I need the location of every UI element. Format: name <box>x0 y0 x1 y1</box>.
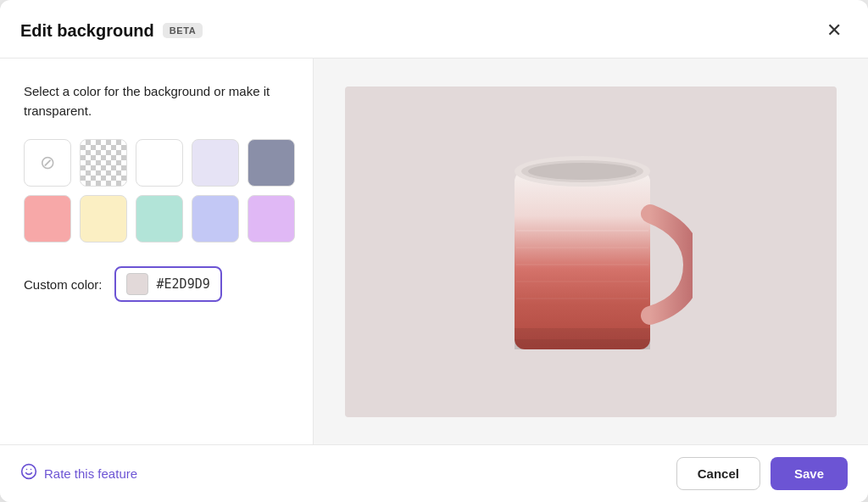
left-panel: Select a color for the background or mak… <box>0 59 314 444</box>
rate-feature-label: Rate this feature <box>44 466 137 481</box>
modal-footer: Rate this feature Cancel Save <box>0 444 868 502</box>
modal-title: Edit background <box>20 21 154 41</box>
close-button[interactable]: ✕ <box>821 17 848 44</box>
svg-rect-10 <box>515 339 650 349</box>
swatch-yellow[interactable] <box>80 195 127 243</box>
modal-header: Edit background BETA ✕ <box>0 0 868 59</box>
svg-rect-0 <box>515 171 650 349</box>
rate-feature-button[interactable]: Rate this feature <box>20 463 137 484</box>
swatch-lilac[interactable] <box>248 195 295 243</box>
custom-color-row: Custom color: #E2D9D9 <box>24 266 289 302</box>
custom-color-preview-swatch <box>126 273 148 295</box>
svg-point-11 <box>22 465 36 479</box>
custom-color-label: Custom color: <box>24 277 103 292</box>
close-icon: ✕ <box>826 20 842 42</box>
svg-point-3 <box>528 163 637 180</box>
swatch-periwinkle[interactable] <box>192 195 239 243</box>
footer-actions: Cancel Save <box>676 457 848 490</box>
save-button[interactable]: Save <box>771 457 848 490</box>
custom-color-input[interactable]: #E2D9D9 <box>114 266 222 302</box>
right-panel <box>314 59 868 444</box>
mug-preview <box>489 120 693 383</box>
preview-image-container <box>345 86 837 417</box>
color-grid: ⊘ <box>24 139 289 243</box>
swatch-transparent[interactable] <box>80 139 127 187</box>
swatch-white[interactable] <box>136 139 183 187</box>
custom-color-hex-value: #E2D9D9 <box>157 276 210 292</box>
panel-description: Select a color for the background or mak… <box>24 82 289 120</box>
swatch-mint[interactable] <box>136 195 183 243</box>
no-background-icon: ⊘ <box>40 152 55 174</box>
rate-icon <box>20 463 37 484</box>
beta-badge: BETA <box>163 23 203 38</box>
swatch-lavender[interactable] <box>192 139 239 187</box>
edit-background-modal: Edit background BETA ✕ Select a color fo… <box>0 0 868 502</box>
swatch-gray[interactable] <box>248 139 295 187</box>
cancel-button[interactable]: Cancel <box>676 457 760 490</box>
swatch-pink[interactable] <box>24 195 71 243</box>
modal-body: Select a color for the background or mak… <box>0 59 868 444</box>
swatch-none[interactable]: ⊘ <box>24 139 71 187</box>
